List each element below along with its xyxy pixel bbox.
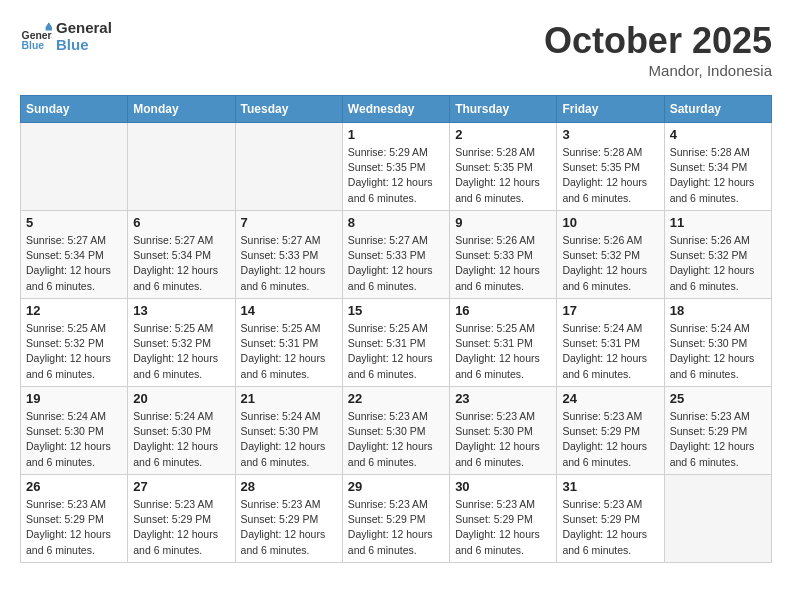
day-info: Sunrise: 5:26 AMSunset: 5:32 PMDaylight:… bbox=[562, 233, 658, 294]
location: Mandor, Indonesia bbox=[544, 62, 772, 79]
day-info: Sunrise: 5:27 AMSunset: 5:34 PMDaylight:… bbox=[133, 233, 229, 294]
day-info: Sunrise: 5:24 AMSunset: 5:30 PMDaylight:… bbox=[241, 409, 337, 470]
logo-blue: Blue bbox=[56, 37, 112, 54]
day-info: Sunrise: 5:23 AMSunset: 5:30 PMDaylight:… bbox=[455, 409, 551, 470]
calendar-cell: 9Sunrise: 5:26 AMSunset: 5:33 PMDaylight… bbox=[450, 211, 557, 299]
page-header: General Blue General Blue October 2025 M… bbox=[20, 20, 772, 79]
calendar-header-row: SundayMondayTuesdayWednesdayThursdayFrid… bbox=[21, 96, 772, 123]
day-info: Sunrise: 5:27 AMSunset: 5:33 PMDaylight:… bbox=[348, 233, 444, 294]
calendar-week-row: 26Sunrise: 5:23 AMSunset: 5:29 PMDayligh… bbox=[21, 475, 772, 563]
day-info: Sunrise: 5:24 AMSunset: 5:30 PMDaylight:… bbox=[26, 409, 122, 470]
day-number: 30 bbox=[455, 479, 551, 494]
day-of-week-header: Tuesday bbox=[235, 96, 342, 123]
day-number: 28 bbox=[241, 479, 337, 494]
calendar-cell: 3Sunrise: 5:28 AMSunset: 5:35 PMDaylight… bbox=[557, 123, 664, 211]
day-info: Sunrise: 5:23 AMSunset: 5:29 PMDaylight:… bbox=[348, 497, 444, 558]
day-info: Sunrise: 5:28 AMSunset: 5:35 PMDaylight:… bbox=[562, 145, 658, 206]
logo-general: General bbox=[56, 20, 112, 37]
day-number: 1 bbox=[348, 127, 444, 142]
svg-marker-3 bbox=[46, 22, 52, 30]
day-info: Sunrise: 5:23 AMSunset: 5:29 PMDaylight:… bbox=[455, 497, 551, 558]
calendar-cell: 23Sunrise: 5:23 AMSunset: 5:30 PMDayligh… bbox=[450, 387, 557, 475]
calendar-cell: 13Sunrise: 5:25 AMSunset: 5:32 PMDayligh… bbox=[128, 299, 235, 387]
day-info: Sunrise: 5:25 AMSunset: 5:31 PMDaylight:… bbox=[348, 321, 444, 382]
day-number: 27 bbox=[133, 479, 229, 494]
calendar-week-row: 1Sunrise: 5:29 AMSunset: 5:35 PMDaylight… bbox=[21, 123, 772, 211]
day-info: Sunrise: 5:27 AMSunset: 5:34 PMDaylight:… bbox=[26, 233, 122, 294]
calendar-cell: 10Sunrise: 5:26 AMSunset: 5:32 PMDayligh… bbox=[557, 211, 664, 299]
day-info: Sunrise: 5:25 AMSunset: 5:31 PMDaylight:… bbox=[455, 321, 551, 382]
day-number: 5 bbox=[26, 215, 122, 230]
calendar-week-row: 5Sunrise: 5:27 AMSunset: 5:34 PMDaylight… bbox=[21, 211, 772, 299]
day-number: 17 bbox=[562, 303, 658, 318]
calendar-cell: 5Sunrise: 5:27 AMSunset: 5:34 PMDaylight… bbox=[21, 211, 128, 299]
calendar-cell: 22Sunrise: 5:23 AMSunset: 5:30 PMDayligh… bbox=[342, 387, 449, 475]
day-number: 4 bbox=[670, 127, 766, 142]
calendar-cell: 11Sunrise: 5:26 AMSunset: 5:32 PMDayligh… bbox=[664, 211, 771, 299]
calendar-cell: 12Sunrise: 5:25 AMSunset: 5:32 PMDayligh… bbox=[21, 299, 128, 387]
day-number: 6 bbox=[133, 215, 229, 230]
day-info: Sunrise: 5:26 AMSunset: 5:33 PMDaylight:… bbox=[455, 233, 551, 294]
day-number: 16 bbox=[455, 303, 551, 318]
title-block: October 2025 Mandor, Indonesia bbox=[544, 20, 772, 79]
day-info: Sunrise: 5:23 AMSunset: 5:29 PMDaylight:… bbox=[670, 409, 766, 470]
day-of-week-header: Friday bbox=[557, 96, 664, 123]
day-number: 15 bbox=[348, 303, 444, 318]
day-info: Sunrise: 5:27 AMSunset: 5:33 PMDaylight:… bbox=[241, 233, 337, 294]
day-info: Sunrise: 5:23 AMSunset: 5:29 PMDaylight:… bbox=[562, 409, 658, 470]
day-number: 18 bbox=[670, 303, 766, 318]
day-number: 31 bbox=[562, 479, 658, 494]
calendar-cell: 31Sunrise: 5:23 AMSunset: 5:29 PMDayligh… bbox=[557, 475, 664, 563]
day-number: 24 bbox=[562, 391, 658, 406]
calendar-cell: 15Sunrise: 5:25 AMSunset: 5:31 PMDayligh… bbox=[342, 299, 449, 387]
day-number: 12 bbox=[26, 303, 122, 318]
day-info: Sunrise: 5:28 AMSunset: 5:35 PMDaylight:… bbox=[455, 145, 551, 206]
day-number: 25 bbox=[670, 391, 766, 406]
calendar-cell: 20Sunrise: 5:24 AMSunset: 5:30 PMDayligh… bbox=[128, 387, 235, 475]
day-number: 10 bbox=[562, 215, 658, 230]
calendar-cell: 7Sunrise: 5:27 AMSunset: 5:33 PMDaylight… bbox=[235, 211, 342, 299]
day-of-week-header: Wednesday bbox=[342, 96, 449, 123]
day-number: 8 bbox=[348, 215, 444, 230]
day-number: 29 bbox=[348, 479, 444, 494]
day-info: Sunrise: 5:23 AMSunset: 5:29 PMDaylight:… bbox=[26, 497, 122, 558]
calendar-week-row: 19Sunrise: 5:24 AMSunset: 5:30 PMDayligh… bbox=[21, 387, 772, 475]
day-info: Sunrise: 5:29 AMSunset: 5:35 PMDaylight:… bbox=[348, 145, 444, 206]
day-number: 14 bbox=[241, 303, 337, 318]
day-number: 7 bbox=[241, 215, 337, 230]
calendar-cell: 4Sunrise: 5:28 AMSunset: 5:34 PMDaylight… bbox=[664, 123, 771, 211]
calendar-cell: 1Sunrise: 5:29 AMSunset: 5:35 PMDaylight… bbox=[342, 123, 449, 211]
calendar-week-row: 12Sunrise: 5:25 AMSunset: 5:32 PMDayligh… bbox=[21, 299, 772, 387]
day-info: Sunrise: 5:25 AMSunset: 5:32 PMDaylight:… bbox=[133, 321, 229, 382]
calendar-table: SundayMondayTuesdayWednesdayThursdayFrid… bbox=[20, 95, 772, 563]
day-info: Sunrise: 5:23 AMSunset: 5:30 PMDaylight:… bbox=[348, 409, 444, 470]
calendar-cell: 16Sunrise: 5:25 AMSunset: 5:31 PMDayligh… bbox=[450, 299, 557, 387]
calendar-cell: 25Sunrise: 5:23 AMSunset: 5:29 PMDayligh… bbox=[664, 387, 771, 475]
calendar-cell: 8Sunrise: 5:27 AMSunset: 5:33 PMDaylight… bbox=[342, 211, 449, 299]
day-of-week-header: Saturday bbox=[664, 96, 771, 123]
day-info: Sunrise: 5:24 AMSunset: 5:30 PMDaylight:… bbox=[133, 409, 229, 470]
calendar-cell: 29Sunrise: 5:23 AMSunset: 5:29 PMDayligh… bbox=[342, 475, 449, 563]
day-number: 23 bbox=[455, 391, 551, 406]
day-info: Sunrise: 5:24 AMSunset: 5:31 PMDaylight:… bbox=[562, 321, 658, 382]
calendar-cell: 24Sunrise: 5:23 AMSunset: 5:29 PMDayligh… bbox=[557, 387, 664, 475]
day-number: 3 bbox=[562, 127, 658, 142]
calendar-cell: 28Sunrise: 5:23 AMSunset: 5:29 PMDayligh… bbox=[235, 475, 342, 563]
day-number: 9 bbox=[455, 215, 551, 230]
day-number: 11 bbox=[670, 215, 766, 230]
day-number: 21 bbox=[241, 391, 337, 406]
day-number: 26 bbox=[26, 479, 122, 494]
day-info: Sunrise: 5:24 AMSunset: 5:30 PMDaylight:… bbox=[670, 321, 766, 382]
day-number: 19 bbox=[26, 391, 122, 406]
day-info: Sunrise: 5:26 AMSunset: 5:32 PMDaylight:… bbox=[670, 233, 766, 294]
day-of-week-header: Sunday bbox=[21, 96, 128, 123]
day-number: 20 bbox=[133, 391, 229, 406]
day-info: Sunrise: 5:25 AMSunset: 5:31 PMDaylight:… bbox=[241, 321, 337, 382]
calendar-cell: 30Sunrise: 5:23 AMSunset: 5:29 PMDayligh… bbox=[450, 475, 557, 563]
day-of-week-header: Thursday bbox=[450, 96, 557, 123]
logo-icon: General Blue bbox=[20, 21, 52, 53]
calendar-cell: 26Sunrise: 5:23 AMSunset: 5:29 PMDayligh… bbox=[21, 475, 128, 563]
day-info: Sunrise: 5:25 AMSunset: 5:32 PMDaylight:… bbox=[26, 321, 122, 382]
calendar-cell: 27Sunrise: 5:23 AMSunset: 5:29 PMDayligh… bbox=[128, 475, 235, 563]
calendar-cell: 17Sunrise: 5:24 AMSunset: 5:31 PMDayligh… bbox=[557, 299, 664, 387]
